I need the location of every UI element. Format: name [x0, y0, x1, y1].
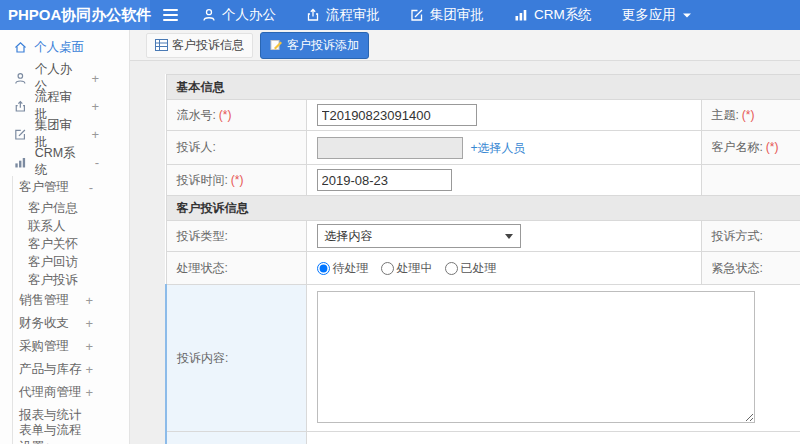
sidebar-item-desktop[interactable]: 个人桌面 — [0, 30, 129, 64]
section-title: 客户投诉信息 — [166, 196, 800, 221]
user-icon — [202, 8, 216, 22]
serial-input-cell — [306, 100, 701, 131]
complaint-time-input[interactable] — [317, 169, 452, 191]
tab-complaint-info[interactable]: 客户投诉信息 — [146, 33, 253, 58]
complaint-form: 基本信息 流水号:(*) 主题:(*) 投诉人: +选择人 — [130, 61, 800, 444]
field-label: 处理状态: — [177, 261, 228, 275]
topnav-more-apps[interactable]: 更多应用 — [622, 6, 692, 24]
sidebar-item-purchasing[interactable]: 采购管理 + — [13, 335, 129, 358]
status-label-cell: 处理状态: — [166, 252, 306, 285]
sidebar-item-crm-system[interactable]: CRM系统 - — [0, 148, 129, 176]
row-serial: 流水号:(*) 主题:(*) — [166, 100, 800, 131]
expand-toggle[interactable]: + — [91, 127, 99, 142]
serial-input[interactable] — [317, 104, 477, 126]
field-label: 投诉人: — [177, 140, 216, 154]
sidebar-item-label: 代理商管理 — [19, 384, 82, 401]
tab-bar: 客户投诉信息 客户投诉添加 — [130, 30, 800, 61]
topnav-label: CRM系统 — [534, 6, 592, 24]
sidebar-item-sales-management[interactable]: 销售管理 + — [13, 289, 129, 312]
field-label: 主题: — [712, 108, 739, 122]
required-mark: (*) — [231, 173, 244, 187]
top-header: PHPOA协同办公软件 个人办公 流程审批 集团审批 CRM系统 更多应用 — [0, 0, 800, 30]
serial-label-cell: 流水号:(*) — [166, 100, 306, 131]
expand-toggle[interactable]: + — [85, 362, 93, 377]
caret-down-icon — [682, 12, 692, 19]
row-handle-status: 处理状态: 待处理 处理中 已处理 紧急状态: — [166, 252, 800, 285]
section-title: 基本信息 — [166, 75, 800, 100]
collapse-toggle[interactable]: - — [89, 180, 93, 195]
complaint-type-select[interactable]: 选择内容 — [317, 224, 521, 248]
field-label: 投诉类型: — [177, 229, 228, 243]
topnav-label: 流程审批 — [326, 6, 380, 24]
crm-submenu: 客户管理 - 客户信息 联系人 客户关怀 客户回访 客户投诉 销售管理 + 财务… — [12, 176, 129, 444]
sidebar-item-customer-info[interactable]: 客户信息 — [13, 199, 129, 217]
customer-name-label-cell: 客户名称:(*) — [701, 131, 800, 165]
sidebar-item-finance[interactable]: 财务收支 + — [13, 312, 129, 335]
collapse-toggle[interactable]: - — [95, 155, 99, 170]
time-input-cell — [306, 165, 701, 196]
app-logo: PHPOA协同办公软件 — [0, 0, 150, 30]
required-mark: (*) — [219, 108, 232, 122]
expand-toggle[interactable]: + — [91, 71, 99, 86]
complaint-content-textarea[interactable] — [317, 291, 755, 423]
choose-person-link[interactable]: +选择人员 — [471, 141, 526, 155]
radio-processed[interactable]: 已处理 — [445, 260, 497, 277]
row-complaint-content: 投诉内容: — [166, 285, 800, 432]
field-label: 投诉时间: — [177, 173, 228, 187]
status-radio-cell: 待处理 处理中 已处理 — [306, 252, 701, 285]
radio-processing[interactable]: 处理中 — [381, 260, 433, 277]
sidebar-item-customer-revisit[interactable]: 客户回访 — [13, 253, 129, 271]
expand-toggle[interactable]: + — [85, 339, 93, 354]
radio-processing-input[interactable] — [381, 262, 394, 275]
sidebar-item-label: 财务收支 — [19, 315, 69, 332]
radio-label: 处理中 — [397, 260, 433, 277]
sidebar-item-form-workflow-settings[interactable]: 表单与流程设置+ — [13, 427, 129, 444]
sidebar-item-customer-care[interactable]: 客户关怀 — [13, 235, 129, 253]
field-label: 紧急状态: — [712, 261, 763, 275]
topnav-crm-system[interactable]: CRM系统 — [514, 6, 592, 24]
radio-label: 已处理 — [461, 260, 497, 277]
workflow-icon — [306, 8, 320, 22]
bar-chart-icon — [514, 8, 528, 22]
expand-toggle[interactable]: + — [85, 385, 93, 400]
sidebar-item-customer-complaint[interactable]: 客户投诉 — [13, 271, 129, 289]
section-basic-info: 基本信息 — [166, 75, 800, 100]
radio-pending-input[interactable] — [317, 262, 330, 275]
sidebar-item-workflow-approval[interactable]: 流程审批 + — [0, 92, 129, 120]
tab-label: 客户投诉信息 — [172, 37, 244, 54]
field-label: 投诉方式: — [712, 229, 763, 243]
expand-toggle[interactable]: + — [85, 293, 93, 308]
topnav-personal-office[interactable]: 个人办公 — [202, 6, 276, 24]
sidebar-item-agent-management[interactable]: 代理商管理 + — [13, 381, 129, 404]
tab-label: 客户投诉添加 — [287, 37, 359, 54]
method-label-cell: 投诉方式: — [701, 221, 800, 252]
radio-processed-input[interactable] — [445, 262, 458, 275]
sidebar-item-products-inventory[interactable]: 产品与库存 + — [13, 358, 129, 381]
expand-toggle[interactable]: + — [85, 316, 93, 331]
tab-complaint-add[interactable]: 客户投诉添加 — [260, 32, 369, 59]
expand-toggle[interactable]: + — [91, 99, 99, 114]
topnav-workflow-approval[interactable]: 流程审批 — [306, 6, 380, 24]
hamburger-menu-icon[interactable] — [163, 9, 178, 21]
complainant-input — [317, 137, 463, 159]
topnav-label: 更多应用 — [622, 6, 676, 24]
sidebar-item-contacts[interactable]: 联系人 — [13, 217, 129, 235]
workflow-icon — [14, 100, 27, 113]
user-icon — [14, 72, 27, 85]
add-document-icon — [270, 39, 282, 51]
topnav-group-approval[interactable]: 集团审批 — [410, 6, 484, 24]
sidebar-item-label: 销售管理 — [19, 292, 69, 309]
sidebar-item-label: CRM系统 — [35, 145, 87, 179]
sidebar-item-customer-management[interactable]: 客户管理 - — [13, 176, 129, 199]
radio-pending[interactable]: 待处理 — [317, 260, 369, 277]
row-next-partial — [166, 432, 800, 444]
subject-label-cell: 主题:(*) — [701, 100, 800, 131]
sidebar-item-label: 客户管理 — [19, 179, 69, 196]
row-complaint-time: 投诉时间:(*) — [166, 165, 800, 196]
sidebar: 个人桌面 个人办公 + 流程审批 + 集团审批 + CRM系统 - 客户管理 -… — [0, 30, 130, 444]
top-navigation: 个人办公 流程审批 集团审批 CRM系统 更多应用 — [202, 6, 692, 24]
sidebar-item-personal-office[interactable]: 个人办公 + — [0, 64, 129, 92]
content-label-cell: 投诉内容: — [166, 285, 306, 432]
complainant-label-cell: 投诉人: — [166, 131, 306, 165]
sidebar-item-group-approval[interactable]: 集团审批 + — [0, 120, 129, 148]
